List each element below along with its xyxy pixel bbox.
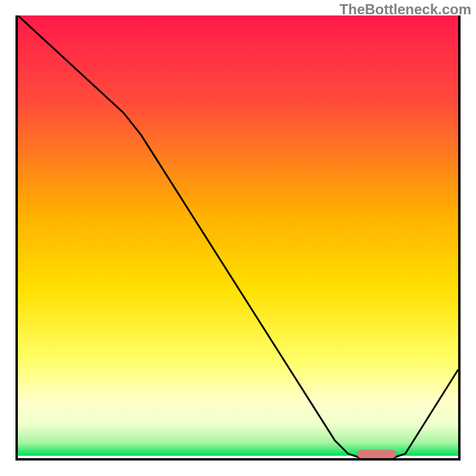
chart-curve — [18, 15, 458, 458]
optimal-range-marker — [357, 450, 397, 458]
watermark-text: TheBottleneck.com — [340, 1, 471, 18]
chart-plot-area — [15, 15, 461, 461]
bottleneck-curve-path — [18, 15, 458, 458]
